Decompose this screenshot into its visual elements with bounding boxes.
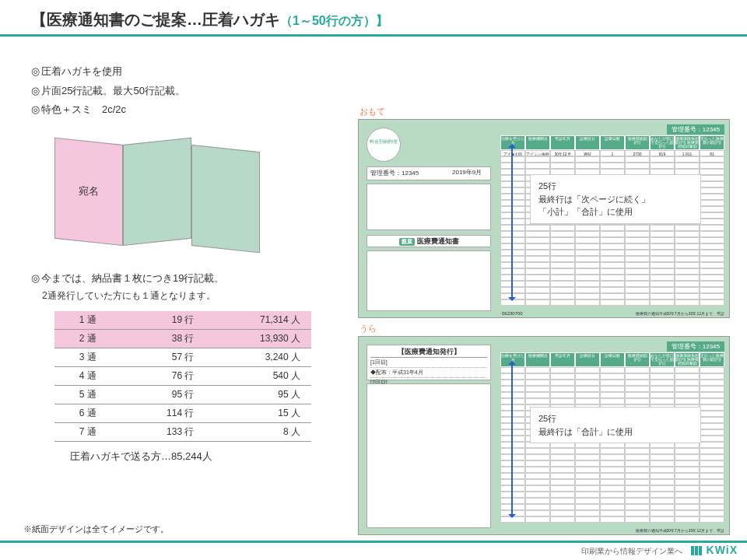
bullet-2: 片面25行記載。最大50行記載。 — [31, 82, 327, 101]
logo: KWiX — [691, 544, 738, 556]
body-box-back — [366, 383, 491, 528]
distribution-table: 1 通19 行71,314 人2 通38 行13,930 人3 通57 行3,2… — [54, 311, 311, 442]
back-label: うら — [359, 323, 731, 334]
body-box — [366, 250, 491, 311]
issue-box: 【医療費通知発行】 [1回目] ◆配布：平成31年4月 [2回目] ◆配布：平成… — [366, 345, 491, 380]
footnote-front: 医療費の通知平成30年7月から30年12月まで、受診 — [636, 311, 724, 316]
divider-bottom — [0, 541, 747, 543]
code-front: 06230700 — [502, 311, 523, 316]
summary-line: 圧着ハガキで送る方…85,244人 — [70, 450, 327, 464]
callout-back: 25行 最終行は「合計」に使用 — [530, 407, 701, 443]
footer: 印刷業から情報デザイン業へ KWiX — [581, 544, 738, 557]
address-box — [366, 184, 491, 230]
arrow-back — [511, 363, 513, 516]
sheet-back: 管理番号：12345 【医療費通知発行】 [1回目] ◆配布：平成31年4月 [… — [358, 336, 730, 535]
footnote-back: 医療費の通知平成30年7月から30年12月まで、受診 — [636, 528, 724, 533]
trifold-illustration: 宛名 — [54, 129, 327, 261]
arrow-front — [511, 146, 513, 299]
bullet-1: 圧着ハガキを使用 — [31, 62, 327, 82]
postage-stamp: 料金別納郵便 — [366, 128, 401, 162]
mgmt-number-top: 管理番号：12345 — [667, 124, 724, 135]
callout-front: 25行 最終行は「次ページに続く」 「小計」「合計」に使用 — [530, 174, 701, 224]
mgmt-number-back: 管理番号：12345 — [667, 341, 724, 352]
notice-title: 親展医療費通知書 — [366, 235, 491, 247]
bullet-3: 特色＋スミ 2c/2c — [31, 100, 327, 120]
divider-top — [0, 34, 747, 37]
page-title: 【医療通知書のご提案…圧着ハガキ（1～50行の方）】 — [31, 9, 388, 30]
sheet-front: 管理番号：12345 料金別納郵便 管理番号：12345 2019年9月 親展医… — [358, 119, 730, 318]
sheet-date: 2019年9月 — [452, 168, 482, 177]
front-label: おもて — [359, 106, 731, 117]
disclaimer: ※紙面デザインは全てイメージです。 — [23, 523, 169, 535]
note-block: 今までは、納品書１枚につき19行記載。 2通発行していた方にも１通となります。 — [31, 269, 327, 303]
